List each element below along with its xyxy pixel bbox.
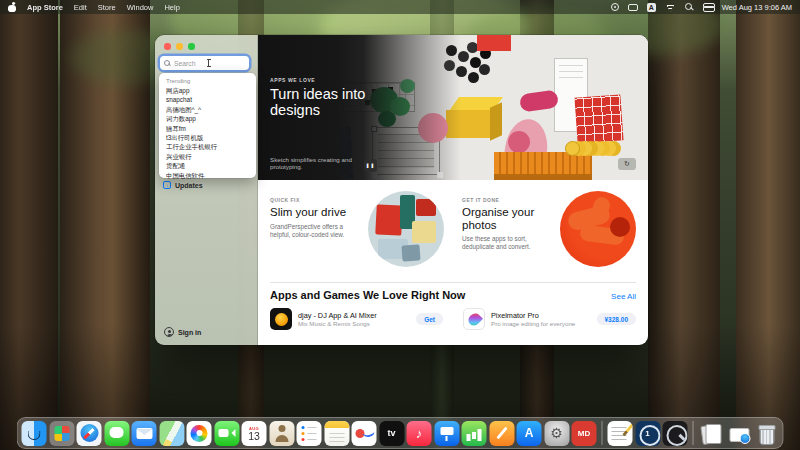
card-description: Use these apps to sort, deduplicate and … <box>462 235 554 251</box>
hero-title: Turn ideas into designs <box>270 87 370 119</box>
card-illustration <box>560 191 636 267</box>
app-row-djay[interactable]: djay - DJ App & AI Mixer Mix Music & Rem… <box>270 308 443 330</box>
contacts-icon[interactable] <box>269 421 294 446</box>
wifi-icon[interactable] <box>665 3 676 12</box>
suggestion-item[interactable]: 工行企业手机银行 <box>166 142 249 151</box>
search-placeholder: Search <box>174 60 196 67</box>
hero-description: Sketch simplifies creating and prototypi… <box>270 156 368 172</box>
dock-divider <box>693 421 694 445</box>
app-name: Pixelmator Pro <box>491 311 575 320</box>
sidebar-item-label: Updates <box>175 182 203 189</box>
macdown-icon[interactable]: MD <box>572 421 597 446</box>
calendar-icon[interactable]: AUG 13 <box>242 421 267 446</box>
suggestion-item[interactable]: t3出行司机版 <box>166 133 249 142</box>
card-slim-your-drive[interactable]: QUICK FIX Slim your drive GrandPerspecti… <box>270 191 444 276</box>
downloads-file-icon[interactable] <box>726 421 751 446</box>
menu-app-store[interactable]: App Store <box>27 3 63 12</box>
card-eyebrow: QUICK FIX <box>270 197 362 203</box>
menu-store[interactable]: Store <box>98 3 116 12</box>
record-icon[interactable] <box>611 3 619 11</box>
1password-icon[interactable]: 1 <box>635 421 660 446</box>
suggestion-item[interactable]: 中国电信软件 <box>166 171 249 180</box>
sign-in-label: Sign in <box>178 329 201 336</box>
textedit-icon[interactable] <box>608 421 633 446</box>
suggestion-item[interactable]: 货配通 <box>166 161 249 170</box>
section-header: Apps and Games We Love Right Now See All <box>258 283 648 306</box>
suggestion-item[interactable]: 词力数app <box>166 114 249 123</box>
control-center-icon[interactable] <box>703 3 713 12</box>
safari-icon[interactable] <box>77 421 102 446</box>
dock: AUG 13 tv ♪ A ⚙ MD 1 <box>17 417 784 449</box>
keynote-icon[interactable] <box>434 421 459 446</box>
minimize-button[interactable] <box>176 43 183 50</box>
music-icon[interactable]: ♪ <box>407 421 432 446</box>
menu-edit[interactable]: Edit <box>74 3 87 12</box>
input-source-a-icon[interactable]: A <box>647 3 656 12</box>
messages-icon[interactable] <box>104 421 129 446</box>
desktop: App Store Edit Store Window Help A Wed A… <box>0 0 800 450</box>
suggestion-item[interactable]: 高德地图^_^ <box>166 105 249 114</box>
app-subtitle: Mix Music & Remix Songs <box>298 320 377 328</box>
sidebar: Search Trending 网店app snapchat 高德地图^_^ 词… <box>155 35 258 345</box>
app-list: djay - DJ App & AI Mixer Mix Music & Rem… <box>258 306 648 330</box>
hero-eyebrow: APPS WE LOVE <box>270 77 370 83</box>
trash-icon[interactable] <box>754 421 779 446</box>
launchpad-icon[interactable] <box>49 421 74 446</box>
hero-control-button[interactable]: ↻ <box>618 158 636 170</box>
search-input[interactable]: Search <box>160 56 249 70</box>
reminders-icon[interactable] <box>297 421 322 446</box>
documents-stack-icon[interactable] <box>699 421 724 446</box>
menu-bar-status: A Wed Aug 13 9:06 AM <box>611 3 792 12</box>
charts-app-icon[interactable] <box>352 421 377 446</box>
card-organise-your-photos[interactable]: GET IT DONE Organise your photos Use the… <box>462 191 636 276</box>
app-store-icon[interactable]: A <box>517 421 542 446</box>
facetime-icon[interactable] <box>214 421 239 446</box>
system-preferences-icon[interactable]: ⚙ <box>544 421 569 446</box>
mail-icon[interactable] <box>132 421 157 446</box>
zoom-button[interactable] <box>188 43 195 50</box>
sidebar-item-updates[interactable]: ↓ Updates <box>163 181 203 189</box>
notes-icon[interactable] <box>324 421 349 446</box>
hero-text: APPS WE LOVE Turn ideas into designs <box>270 77 370 119</box>
app-name: djay - DJ App & AI Mixer <box>298 311 377 320</box>
display-icon[interactable] <box>628 4 638 11</box>
finder-icon[interactable] <box>22 421 47 446</box>
section-title: Apps and Games We Love Right Now <box>270 289 465 301</box>
card-illustration <box>368 191 444 267</box>
menu-bar-clock[interactable]: Wed Aug 13 9:06 AM <box>722 3 792 12</box>
quicktime-icon[interactable] <box>663 421 688 446</box>
pause-button[interactable]: ❚❚ <box>364 159 377 172</box>
djay-app-icon <box>270 308 292 330</box>
pages-icon[interactable] <box>489 421 514 446</box>
card-eyebrow: GET IT DONE <box>462 197 554 203</box>
menu-help[interactable]: Help <box>164 3 179 12</box>
suggestions-header: Trending <box>166 77 249 84</box>
photos-icon[interactable] <box>187 421 212 446</box>
price-button[interactable]: ¥328.00 <box>597 313 637 325</box>
suggestion-item[interactable]: 猫耳fm <box>166 124 249 133</box>
hero-banner[interactable]: APPS WE LOVE Turn ideas into designs Ske… <box>258 35 648 180</box>
suggestion-item[interactable]: 兴业银行 <box>166 152 249 161</box>
dock-divider <box>602 421 603 445</box>
search-icon[interactable] <box>685 3 694 12</box>
updates-icon: ↓ <box>163 181 171 189</box>
app-row-pixelmator-pro[interactable]: Pixelmator Pro Pro image editing for eve… <box>463 308 636 330</box>
see-all-link[interactable]: See All <box>611 292 636 301</box>
magnifier-icon <box>164 60 171 67</box>
numbers-icon[interactable] <box>462 421 487 446</box>
card-title: Slim your drive <box>270 206 362 219</box>
menu-bar: App Store Edit Store Window Help A Wed A… <box>0 0 800 14</box>
maps-icon[interactable] <box>159 421 184 446</box>
close-button[interactable] <box>164 43 171 50</box>
main-content: APPS WE LOVE Turn ideas into designs Ske… <box>258 35 648 345</box>
card-description: GrandPerspective offers a helpful, colou… <box>270 223 362 239</box>
get-button[interactable]: Get <box>416 313 443 325</box>
app-store-window: Search Trending 网店app snapchat 高德地图^_^ 词… <box>155 35 648 345</box>
suggestion-item[interactable]: 网店app <box>166 86 249 95</box>
sign-in-button[interactable]: Sign in <box>164 327 201 337</box>
menu-window[interactable]: Window <box>127 3 154 12</box>
apple-menu-icon[interactable] <box>8 3 16 12</box>
apple-tv-icon[interactable]: tv <box>379 421 404 446</box>
app-subtitle: Pro image editing for everyone <box>491 320 575 328</box>
suggestion-item[interactable]: snapchat <box>166 95 249 104</box>
